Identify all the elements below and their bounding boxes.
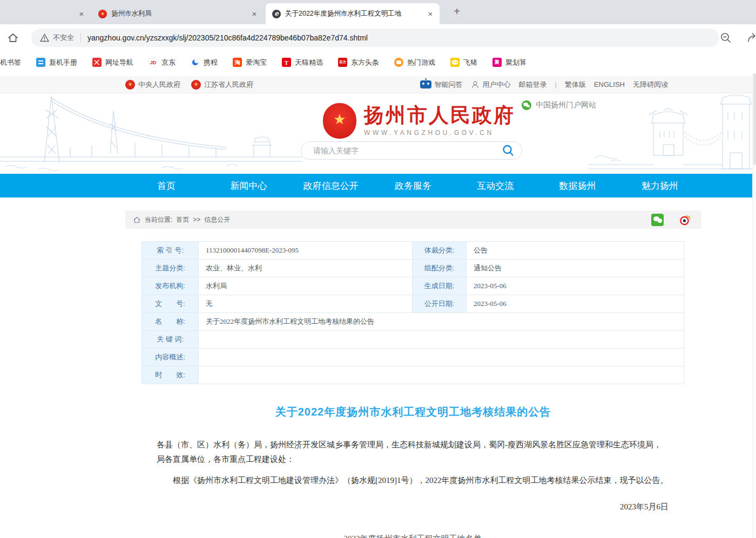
meta-label: 关 键 词: <box>142 331 199 349</box>
meta-label: 生成日期: <box>413 277 467 295</box>
article-date: 2023年5月6日 <box>157 500 669 514</box>
bookmarks-bar: 机书签 新机手册 网址导航 JD 京东 携程 淘 爱淘宝 T 天猫精选 东方 东… <box>0 51 756 73</box>
table-row: 关 键 词: <box>142 331 684 349</box>
table-row: 索 引 号: 11321000014407098E-2023-095 体裁分类:… <box>142 242 684 260</box>
breadcrumb-separator: >> <box>193 216 200 223</box>
meta-value: 关于2022年度扬州市水利工程文明工地考核结果的公告 <box>199 313 684 331</box>
site-url: WWW.YANGZHOU.GOV.CN <box>364 129 515 137</box>
bridge-sketch-right <box>589 93 752 174</box>
link-user-center[interactable]: 用户中心 <box>471 80 511 90</box>
bookmark-tmall[interactable]: T 天猫精选 <box>282 58 323 67</box>
link-traditional[interactable]: 繁体版 <box>565 80 586 90</box>
nav-services[interactable]: 政务服务 <box>372 174 454 198</box>
table-row: 文 号: 无 公开日期: 2023-05-06 <box>142 295 684 313</box>
gov-links-right: 智能问答 用户中心 邮箱登录 | 繁体版 ENGLISH 无障碍阅读 <box>420 76 668 93</box>
gov-links-left: 中央人民政府 江苏省人民政府 <box>125 76 253 93</box>
national-emblem-icon <box>125 80 135 90</box>
link-accessibility[interactable]: 无障碍阅读 <box>633 80 668 90</box>
nav-home[interactable]: 首页 <box>125 174 207 198</box>
tab-partial[interactable]: × <box>0 3 91 24</box>
bookmark-aitaobao[interactable]: 淘 爱淘宝 <box>233 58 267 67</box>
nav-data[interactable]: 数据扬州 <box>536 174 618 198</box>
tab-active-announcement[interactable]: e 关于2022年度扬州市水利工程文明工地 × <box>266 3 440 24</box>
portal-badge[interactable]: 中国扬州门户网站 <box>522 100 596 110</box>
portal-icon <box>522 100 531 110</box>
article-title: 关于2022年度扬州市水利工程文明工地考核结果的公告 <box>125 405 701 419</box>
nav-interaction[interactable]: 互动交流 <box>454 174 536 198</box>
meta-label: 内容概述: <box>142 349 199 366</box>
link-mail-login[interactable]: 邮箱登录 <box>519 80 547 90</box>
link-label: 用户中心 <box>483 80 511 90</box>
bookmark-label: 新机手册 <box>49 58 77 67</box>
meta-value: 11321000014407098E-2023-095 <box>199 242 413 260</box>
bookmark-juhuasuan[interactable]: 聚 聚划算 <box>492 58 526 67</box>
link-jiangsu-gov[interactable]: 江苏省人民政府 <box>191 80 253 90</box>
nav-charm[interactable]: 魅力扬州 <box>619 174 701 198</box>
address-bar[interactable]: 不安全 yangzhou.gov.cn/yzszxxgk/slj/202305/… <box>31 29 719 47</box>
tab-bar: × 扬州市水利局 × e 关于2022年度扬州市水利工程文明工地 × + <box>0 0 756 24</box>
nav-news[interactable]: 新闻中心 <box>207 174 289 198</box>
east-icon: 东方 <box>338 58 347 67</box>
table-row: 发布机构: 水利局 生成日期: 2023-05-06 <box>142 277 684 295</box>
scrollbar[interactable] <box>752 73 756 538</box>
bookmark-jd[interactable]: JD 京东 <box>148 58 176 67</box>
close-icon[interactable]: × <box>249 9 259 19</box>
user-icon <box>471 80 480 89</box>
share-icon[interactable] <box>746 31 756 44</box>
robot-icon <box>420 80 431 88</box>
bookmark-fliggy[interactable]: 飞猪 <box>450 58 477 67</box>
breadcrumb-section-link[interactable]: 信息公开 <box>204 215 230 224</box>
table-row: 主题分类: 农业、林业、水利 组配分类: 通知公告 <box>142 260 684 277</box>
link-central-gov[interactable]: 中央人民政府 <box>125 80 180 90</box>
search-icon[interactable] <box>501 144 515 158</box>
bookmark-east-headlines[interactable]: 东方 东方头条 <box>338 58 379 67</box>
browser-toolbar: 不安全 yangzhou.gov.cn/yzszxxgk/slj/202305/… <box>0 24 756 51</box>
zoom-out-icon[interactable] <box>719 31 732 44</box>
list-title: 2022年度扬州市水利工程文明工地名单 <box>157 532 669 538</box>
nav-info-disclosure[interactable]: 政府信息公开 <box>290 174 372 198</box>
home-icon <box>133 216 141 224</box>
divider <box>80 33 81 43</box>
wechat-share-icon[interactable] <box>651 214 664 226</box>
new-tab-button[interactable]: + <box>450 5 463 18</box>
bridge-sketch-left <box>0 93 302 174</box>
site-logo[interactable]: 扬州市人民政府 WWW.YANGZHOU.GOV.CN <box>323 103 515 139</box>
home-button[interactable] <box>6 31 20 45</box>
link-smart-qa[interactable]: 智能问答 <box>420 80 463 90</box>
tab-title: 扬州市水利局 <box>111 9 246 18</box>
gov-emblem-favicon <box>98 10 107 18</box>
bookmark-label: 聚划算 <box>505 58 526 67</box>
search-input[interactable] <box>312 146 501 155</box>
bookmark-site-nav[interactable]: 网址导航 <box>92 58 133 67</box>
portal-label: 中国扬州门户网站 <box>536 100 596 110</box>
bookmark-manual[interactable]: 新机手册 <box>36 58 77 67</box>
meta-value: 水利局 <box>199 277 413 295</box>
breadcrumb-home-link[interactable]: 首页 <box>176 215 189 224</box>
url-text: yangzhou.gov.cn/yzszxxgk/slj/202305/210c… <box>87 33 368 42</box>
weibo-share-icon[interactable] <box>679 214 691 226</box>
scrollbar-thumb[interactable] <box>753 73 756 165</box>
meta-label: 体裁分类: <box>413 242 467 260</box>
meta-label: 索 引 号: <box>142 242 199 260</box>
bookmark-hot-games[interactable]: 热门游戏 <box>394 58 435 67</box>
site-search <box>301 141 522 160</box>
national-emblem-logo <box>323 103 356 139</box>
jd-icon: JD <box>148 58 158 67</box>
site-nav-icon <box>92 58 102 67</box>
meta-value: 2023-05-06 <box>467 295 684 313</box>
security-label[interactable]: 不安全 <box>53 33 74 43</box>
close-icon[interactable]: × <box>77 9 86 19</box>
meta-label: 公开日期: <box>413 295 467 313</box>
meta-label: 组配分类: <box>413 260 467 277</box>
bookmark-label: 京东 <box>161 58 176 67</box>
tab-shuiliju[interactable]: 扬州市水利局 × <box>92 3 264 24</box>
document-meta: 索 引 号: 11321000014407098E-2023-095 体裁分类:… <box>141 241 685 384</box>
article-paragraph: 各县（市、区）水利（务）局，扬州经济开发区城乡事务管理局，生态科技新城规划建设局… <box>157 438 669 467</box>
warning-icon <box>40 33 49 42</box>
page-content: 当前位置: 首页 >> 信息公开 索 引 号: 1132100001440709… <box>0 198 752 538</box>
manual-icon <box>36 58 45 67</box>
bookmark-phone-bookmarks[interactable]: 机书签 <box>0 58 21 67</box>
link-english[interactable]: ENGLISH <box>594 80 625 88</box>
close-icon[interactable]: × <box>426 9 435 19</box>
bookmark-ctrip[interactable]: 携程 <box>191 58 218 67</box>
